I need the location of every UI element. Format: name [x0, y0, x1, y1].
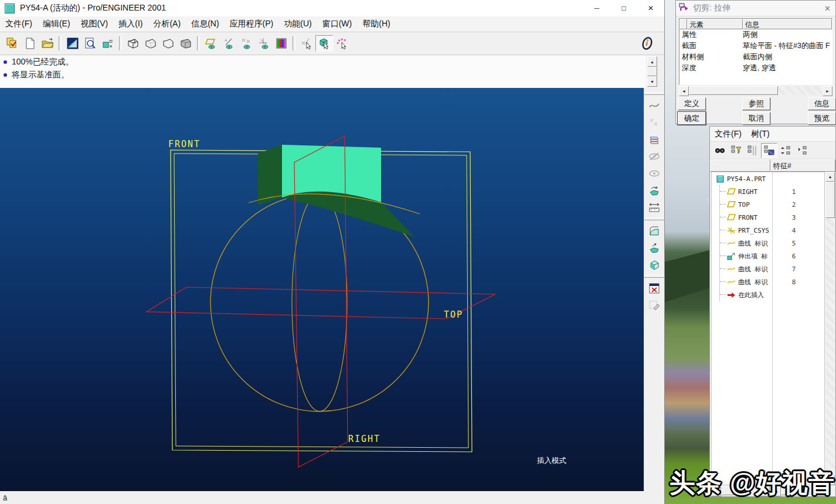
close-button[interactable]: ✕ — [637, 0, 664, 16]
no-hidden-icon[interactable] — [159, 35, 177, 52]
search-icon[interactable] — [712, 143, 728, 158]
repaint-icon[interactable] — [64, 35, 81, 52]
tree-item-protrusion[interactable]: 伸出项 标 6 — [712, 250, 824, 263]
dialog-close-icon[interactable]: ✕ — [824, 4, 831, 13]
scroll-up-icon[interactable]: ▲ — [825, 172, 835, 182]
select-datum-icon[interactable] — [298, 35, 315, 52]
scroll-thumb[interactable] — [647, 67, 657, 76]
refs-button[interactable]: 参照 — [742, 97, 770, 110]
define-button[interactable]: 定义 — [678, 97, 706, 110]
dialog-hscrollbar[interactable]: ◄ ► — [679, 86, 832, 95]
preview-button[interactable]: 预览 — [808, 112, 836, 125]
hide-icon[interactable] — [645, 148, 663, 165]
unhide-icon[interactable] — [645, 165, 663, 182]
datum-curve-icon[interactable] — [645, 97, 663, 114]
graphics-area[interactable]: FRONT TOP RIGHT 插入模式 — [0, 88, 644, 491]
scroll-thumb[interactable] — [825, 182, 835, 218]
status-bar: â — [0, 491, 664, 504]
datum-points-icon[interactable] — [645, 114, 663, 131]
info-clip-icon[interactable] — [638, 35, 656, 52]
menu-help[interactable]: 帮助(H) — [357, 17, 395, 31]
tree-item-label: 曲线 标识 — [738, 278, 768, 287]
info-button[interactable]: 信息 — [808, 97, 836, 110]
tree-vscrollbar[interactable]: ▲ ▼ — [825, 172, 835, 485]
round-icon[interactable] — [645, 222, 663, 239]
preview-icon[interactable] — [81, 35, 99, 52]
tree-menu-file[interactable]: 文件(F) — [710, 128, 746, 141]
tree-filter-icon[interactable] — [728, 143, 745, 158]
menu-analysis[interactable]: 分析(A) — [148, 17, 186, 31]
tree-columns-icon[interactable] — [745, 143, 761, 158]
tree-item-csys[interactable]: PRT_CSYS 4 — [712, 224, 824, 237]
collapse-all-icon[interactable] — [794, 143, 810, 158]
header-element[interactable]: 元素 — [687, 19, 743, 29]
tree-item-insert-here[interactable]: 在此插入 — [712, 288, 824, 301]
header-info[interactable]: 信息 — [743, 19, 832, 29]
annotate-icon[interactable] — [99, 35, 117, 52]
datum-points-toggle-icon[interactable] — [237, 35, 255, 52]
top-label: TOP — [444, 309, 463, 320]
right-toolbar — [644, 88, 664, 491]
tree-item-num: 4 — [787, 227, 801, 234]
open-file-icon[interactable] — [39, 35, 56, 52]
layers-icon[interactable] — [645, 131, 663, 148]
scroll-down-icon[interactable]: ▼ — [647, 76, 657, 87]
menu-file[interactable]: 文件(F) — [0, 17, 38, 31]
tree-item-part[interactable]: PY54-A.PRT — [712, 172, 824, 185]
csys-toggle-icon[interactable] — [255, 35, 273, 52]
scroll-track[interactable] — [825, 218, 835, 475]
menu-edit[interactable]: 编辑(E) — [38, 17, 76, 31]
tree-item-curve[interactable]: 曲线 标识 7 — [712, 263, 824, 275]
menu-insert[interactable]: 插入(I) — [113, 17, 148, 31]
datum-planes-toggle-icon[interactable] — [202, 35, 220, 52]
tree-item-right[interactable]: RIGHT 1 — [712, 185, 824, 198]
model-colors-icon[interactable] — [273, 35, 290, 52]
menu-view[interactable]: 视图(V) — [76, 17, 114, 31]
ok-button[interactable]: 确定 — [678, 112, 706, 125]
copy-window-icon[interactable] — [4, 35, 21, 52]
tree-item-curve[interactable]: 曲线 标识 5 — [712, 237, 824, 250]
scroll-track[interactable] — [778, 86, 823, 95]
shaded-icon[interactable] — [177, 35, 195, 52]
surface-orient-icon[interactable] — [645, 239, 663, 256]
sketcher-icon[interactable] — [333, 35, 351, 52]
measure-icon[interactable] — [645, 199, 663, 216]
menu-applications[interactable]: 应用程序(P) — [225, 17, 279, 31]
scroll-right-icon[interactable]: ► — [823, 86, 832, 96]
extrude-icon[interactable] — [645, 256, 663, 273]
select-solid-icon[interactable] — [315, 35, 333, 52]
new-file-icon[interactable] — [21, 35, 39, 52]
app-icon — [5, 4, 15, 13]
toolbar-handle — [644, 217, 664, 220]
message-scrollbar[interactable]: ▲ ▼ — [647, 56, 657, 87]
wireframe-icon[interactable] — [124, 35, 142, 52]
table-row[interactable]: 属性两侧 — [679, 29, 832, 40]
maximize-button[interactable]: □ — [610, 0, 637, 16]
menu-window[interactable]: 窗口(W) — [317, 17, 358, 31]
curve-icon — [726, 265, 736, 273]
tree-item-num: 1 — [787, 188, 801, 196]
tree-menu-tree[interactable]: 树(T) — [746, 128, 774, 141]
scroll-up-icon[interactable]: ▲ — [647, 56, 657, 67]
cancel-button[interactable]: 取消 — [742, 112, 770, 125]
table-row[interactable]: 截面草绘平面 - 特征#3的曲面 F — [679, 40, 832, 52]
delete-icon[interactable] — [645, 280, 663, 297]
expand-all-icon[interactable] — [777, 143, 794, 158]
scroll-left-icon[interactable]: ◄ — [679, 86, 689, 96]
menu-utilities[interactable]: 功能(U) — [278, 17, 317, 31]
minimize-button[interactable]: ─ — [583, 0, 610, 16]
reorient-icon[interactable] — [645, 182, 663, 199]
table-row[interactable]: 材料侧截面内侧 — [679, 52, 832, 63]
tree-item-num: 7 — [787, 265, 801, 273]
erase-icon[interactable] — [645, 297, 663, 314]
hidden-line-icon[interactable] — [142, 35, 159, 52]
tree-settings-icon[interactable] — [761, 143, 777, 158]
tree-item-top[interactable]: TOP 2 — [712, 198, 824, 211]
datum-axes-toggle-icon[interactable] — [220, 35, 237, 52]
tree-item-front[interactable]: FRONT 3 — [712, 211, 824, 224]
tree-header-feature[interactable]: 特征# — [770, 159, 835, 172]
table-row[interactable]: 深度穿透, 穿透 — [679, 63, 832, 74]
menu-info[interactable]: 信息(N) — [186, 17, 224, 31]
scroll-thumb[interactable] — [689, 86, 778, 95]
tree-item-curve[interactable]: 曲线 标识 8 — [712, 275, 824, 288]
